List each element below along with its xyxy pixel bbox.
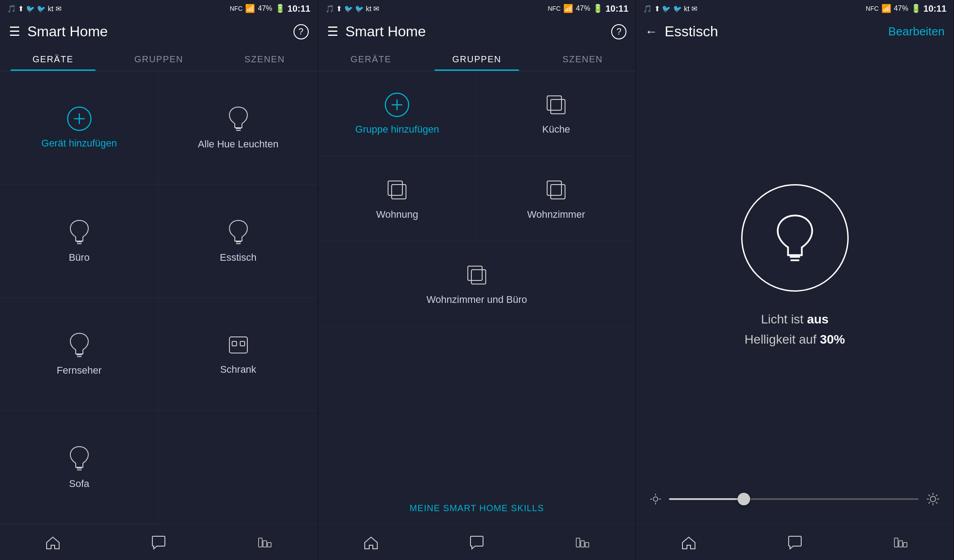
battery-icon-1: 🔋: [275, 4, 285, 13]
app-header-1: ☰ Smart Home ?: [0, 17, 318, 46]
add-group-icon: [384, 92, 410, 117]
time-2: 10:11: [605, 4, 628, 14]
light-circle[interactable]: [741, 184, 849, 292]
status-bold-2: 30%: [820, 332, 845, 346]
tab-geraete-2[interactable]: GERÄTE: [318, 46, 424, 71]
signal-icon-1: 📶: [245, 4, 255, 13]
svg-rect-23: [551, 99, 565, 114]
brightness-high-icon: [926, 492, 940, 506]
bulb-icon-buero: [68, 219, 91, 246]
status-bar-2: 🎵 ⬆ 🐦 🐦 kt ✉ NFC 📶 47% 🔋 10:11: [318, 0, 636, 17]
wohnzimmer-item[interactable]: Wohnzimmer: [477, 156, 635, 241]
tabs-1: GERÄTE GRUPPEN SZENEN: [0, 46, 318, 71]
nav-home-3[interactable]: [636, 525, 742, 560]
fernseher-label: Fernseher: [57, 365, 102, 376]
group-icon-kueche: [544, 92, 569, 117]
kueche-label: Küche: [542, 124, 570, 135]
slider-fill: [669, 498, 744, 500]
time-1: 10:11: [288, 4, 311, 14]
help-icon-1[interactable]: ?: [294, 24, 309, 39]
nav-bars-2[interactable]: [530, 525, 635, 560]
brightness-slider[interactable]: [669, 498, 919, 500]
nfc-icon-2: NFC: [548, 5, 561, 12]
svg-rect-22: [547, 96, 561, 110]
light-circle-area: Licht ist aus Helligkeit auf 30%: [636, 46, 954, 483]
svg-point-35: [653, 497, 658, 501]
detail-header: ← Esstisch Bearbeiten: [636, 17, 954, 46]
tab-gruppen-2[interactable]: GRUPPEN: [424, 46, 530, 71]
schrank-icon: [226, 332, 251, 358]
status-bar-left-3: 🎵 ⬆ 🐦 🐦 kt ✉: [643, 4, 697, 13]
nav-home-1[interactable]: [0, 525, 106, 560]
status-bar-left-2: 🎵 ⬆ 🐦 🐦 kt ✉: [325, 4, 380, 13]
add-group-item[interactable]: Gruppe hinzufügen: [318, 71, 477, 156]
bulb-icon-sofa: [68, 445, 91, 472]
status-bold-1: aus: [807, 312, 829, 326]
detail-title: Esstisch: [665, 23, 718, 40]
signal-icon-3: 📶: [881, 4, 891, 13]
tab-gruppen-1[interactable]: GRUPPEN: [106, 46, 212, 71]
status-icons-left-2: 🎵 ⬆ 🐦 🐦 kt ✉: [325, 4, 380, 13]
bottom-nav-3: [636, 524, 954, 560]
back-button[interactable]: ←: [645, 25, 657, 39]
status-bar-right-3: NFC 📶 47% 🔋 10:11: [866, 4, 946, 14]
wohnung-item[interactable]: Wohnung: [318, 156, 477, 241]
nav-chat-2[interactable]: [424, 525, 530, 560]
svg-rect-32: [585, 543, 589, 547]
tab-geraete-1[interactable]: GERÄTE: [0, 46, 106, 71]
wohnung-label: Wohnung: [376, 209, 418, 220]
buero-item[interactable]: Büro: [0, 185, 159, 298]
bulb-icon-hue: [227, 105, 250, 132]
svg-rect-49: [894, 538, 898, 547]
light-status-text: Licht ist aus Helligkeit auf 30%: [745, 310, 845, 350]
skills-link[interactable]: MEINE SMART HOME SKILLS: [318, 492, 636, 524]
schrank-item[interactable]: Schrank: [159, 298, 317, 411]
group-icon-wohnung: [384, 177, 410, 202]
panel-content-1: Gerät hinzufügen Alle Hue Leuchten: [0, 71, 318, 524]
esstisch-item[interactable]: Esstisch: [159, 185, 317, 298]
status-icons-left-1: 🎵 ⬆ 🐦 🐦 kt ✉: [7, 4, 61, 13]
wohnzimmer-label: Wohnzimmer: [527, 209, 585, 220]
time-3: 10:11: [924, 4, 946, 14]
tab-szenen-1[interactable]: SZENEN: [212, 46, 317, 71]
kueche-item[interactable]: Küche: [477, 71, 635, 156]
nav-chat-3[interactable]: [742, 525, 848, 560]
app-header-2: ☰ Smart Home ?: [318, 17, 636, 46]
svg-rect-26: [547, 181, 561, 195]
device-grid: Gerät hinzufügen Alle Hue Leuchten: [0, 71, 318, 524]
app-title-1: Smart Home: [27, 23, 108, 40]
panel-gruppen: 🎵 ⬆ 🐦 🐦 kt ✉ NFC 📶 47% 🔋 10:11 ☰ Smart H…: [318, 0, 636, 560]
menu-icon-1[interactable]: ☰: [9, 24, 20, 39]
wohnzimmer-buero-label: Wohnzimmer und Büro: [427, 294, 527, 306]
sofa-item[interactable]: Sofa: [0, 411, 159, 524]
svg-rect-50: [899, 541, 902, 547]
fernseher-item[interactable]: Fernseher: [0, 298, 159, 411]
buero-label: Büro: [69, 252, 89, 263]
battery-icon-3: 🔋: [911, 4, 921, 13]
brightness-row: [636, 483, 954, 515]
bottom-nav-1: [0, 524, 318, 560]
nav-bars-3[interactable]: [848, 525, 954, 560]
bulb-icon-fernseher: [68, 332, 91, 358]
add-device-item[interactable]: Gerät hinzufügen: [0, 71, 159, 185]
nav-chat-1[interactable]: [106, 525, 212, 560]
alle-hue-item[interactable]: Alle Hue Leuchten: [159, 71, 317, 185]
sofa-label: Sofa: [69, 478, 89, 490]
group-icon-wohnzimmer: [544, 177, 569, 202]
tab-szenen-2[interactable]: SZENEN: [530, 46, 635, 71]
esstisch-label: Esstisch: [220, 252, 257, 263]
slider-thumb[interactable]: [738, 493, 750, 505]
nav-home-2[interactable]: [318, 525, 424, 560]
svg-rect-27: [551, 185, 565, 199]
svg-rect-25: [392, 185, 406, 199]
wohnzimmer-buero-item[interactable]: Wohnzimmer und Büro: [318, 241, 636, 327]
nav-bars-1[interactable]: [212, 525, 317, 560]
status-text-1: Licht ist: [761, 312, 807, 326]
svg-rect-51: [903, 543, 907, 547]
svg-rect-29: [471, 270, 486, 284]
status-bar-left-1: 🎵 ⬆ 🐦 🐦 kt ✉: [7, 4, 61, 13]
menu-icon-2[interactable]: ☰: [327, 24, 338, 39]
status-bar-right-1: NFC 📶 47% 🔋 10:11: [230, 4, 311, 14]
help-icon-2[interactable]: ?: [611, 24, 626, 39]
edit-button[interactable]: Bearbeiten: [888, 25, 945, 39]
